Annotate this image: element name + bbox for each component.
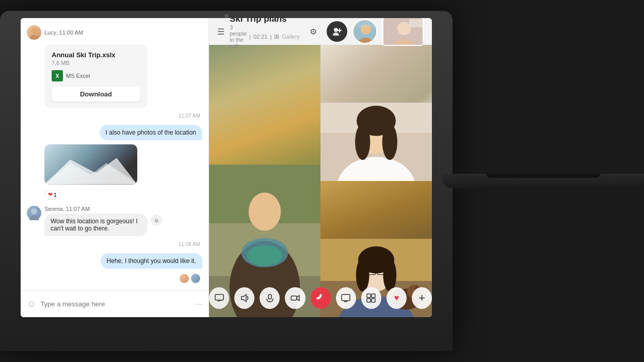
video-cell-main [209, 45, 320, 317]
more-options-button[interactable]: ··· [196, 300, 202, 309]
call-duration: 02:21 [253, 34, 268, 40]
svg-marker-50 [297, 295, 299, 301]
call-controls: ♥ + [209, 287, 432, 309]
file-type-label: MS Excel [66, 73, 90, 79]
svg-point-29 [382, 124, 397, 160]
svg-point-14 [397, 22, 411, 35]
svg-point-4 [31, 208, 37, 215]
video-grid [209, 45, 432, 317]
svg-point-1 [29, 35, 39, 40]
lucy-avatar [27, 25, 41, 40]
participant-thumb-1 [352, 19, 377, 44]
file-size: 7,6 MB [52, 60, 140, 66]
participant-thumb-2 [382, 18, 424, 46]
svg-point-44 [356, 258, 369, 291]
timestamp-1: 11:07 AM [29, 113, 200, 119]
lucy-sender-name: Lucy, 11:00 AM [44, 29, 83, 36]
people-count: 3 people in the call [230, 24, 247, 49]
video-button[interactable] [285, 287, 305, 309]
call-meta-row: 3 people in the call | 02:21 | ⊞ Gallery [230, 24, 300, 49]
avatar-small-1 [180, 274, 189, 283]
video-header: ☰ Ski Trip plans 3 people in the call | … [209, 18, 432, 45]
gallery-icon: ⊞ [274, 33, 279, 40]
svg-rect-47 [268, 294, 271, 299]
reaction-row: ❤ 1 [44, 190, 202, 200]
svg-point-5 [29, 216, 39, 220]
screen-share-button[interactable] [336, 287, 356, 309]
chat-panel: Lucy, 11:00 AM Annual Ski Trip.xslx 7,6 … [21, 18, 209, 317]
chat-messages: Lucy, 11:00 AM Annual Ski Trip.xslx 7,6 … [21, 18, 208, 290]
lucy-sender-row: Lucy, 11:00 AM [27, 25, 202, 40]
avatar-pair-row [27, 274, 200, 283]
add-more-button[interactable]: + [412, 287, 432, 309]
serena-avatar [27, 206, 41, 220]
photo-bubble: I also have photos of the location [100, 125, 202, 140]
serena-row: Serena, 11:07 AM Wow this location is go… [27, 206, 202, 236]
svg-rect-56 [367, 299, 371, 302]
laptop-base [442, 174, 644, 188]
gallery-label: Gallery [282, 34, 300, 40]
header-right: ⚙ [305, 18, 424, 46]
download-button[interactable]: Download [52, 87, 140, 102]
svg-rect-57 [372, 299, 375, 302]
svg-rect-45 [215, 294, 223, 300]
svg-rect-16 [409, 19, 424, 27]
excel-icon: X [52, 70, 63, 81]
timestamp-2: 11:08 AM [29, 241, 200, 247]
video-cell-top-right [320, 45, 432, 181]
svg-point-0 [31, 28, 37, 34]
serena-sender-name: Serena, 11:07 AM [44, 206, 202, 212]
svg-point-23 [247, 245, 282, 266]
svg-marker-46 [242, 294, 246, 302]
file-type-row: X MS Excel [52, 70, 140, 81]
call-info: Ski Trip plans 3 people in the call | 02… [230, 18, 300, 49]
laptop-screen: Lucy, 11:00 AM Annual Ski Trip.xslx 7,6 … [21, 18, 432, 317]
svg-point-30 [355, 124, 370, 160]
heart-reaction[interactable]: ❤ 1 [44, 190, 60, 200]
svg-rect-49 [291, 296, 297, 300]
svg-rect-51 [342, 294, 350, 301]
hamburger-icon[interactable]: ☰ [217, 27, 224, 37]
emoji-reaction-trigger[interactable]: ☺ [151, 215, 162, 226]
chat-button[interactable] [209, 287, 229, 309]
react-button[interactable]: ♥ [387, 287, 407, 309]
settings-button[interactable]: ⚙ [305, 23, 321, 40]
call-title: Ski Trip plans [230, 18, 300, 24]
emoji-picker-button[interactable]: ☺ [27, 299, 36, 309]
layout-button[interactable] [361, 287, 381, 309]
svg-point-6 [334, 28, 338, 32]
svg-point-43 [383, 258, 397, 291]
avatar-small-2 [191, 274, 200, 283]
add-participant-button[interactable] [327, 21, 347, 42]
location-image [44, 144, 137, 185]
svg-rect-12 [353, 20, 377, 27]
svg-rect-54 [367, 294, 371, 298]
laptop-shell: Lucy, 11:00 AM Annual Ski Trip.xslx 7,6 … [0, 11, 453, 351]
serena-bubble: Wow this location is gorgeous! I can't w… [44, 213, 148, 236]
svg-rect-55 [372, 294, 375, 298]
chat-input-bar: ☺ ··· [21, 290, 208, 317]
app-container: Lucy, 11:00 AM Annual Ski Trip.xslx 7,6 … [21, 18, 432, 317]
video-panel: ☰ Ski Trip plans 3 people in the call | … [209, 18, 432, 317]
svg-point-20 [249, 192, 281, 231]
hangup-button[interactable] [311, 287, 331, 309]
mute-button[interactable] [260, 287, 280, 309]
reply-bubble: Hehe, I thought you would like it. [101, 253, 202, 269]
file-card: Annual Ski Trip.xslx 7,6 MB X MS Excel D… [44, 45, 148, 108]
message-input[interactable] [40, 300, 191, 308]
file-name: Annual Ski Trip.xslx [52, 51, 140, 59]
webcam-dot [224, 14, 229, 18]
speaker-button[interactable] [234, 287, 254, 309]
